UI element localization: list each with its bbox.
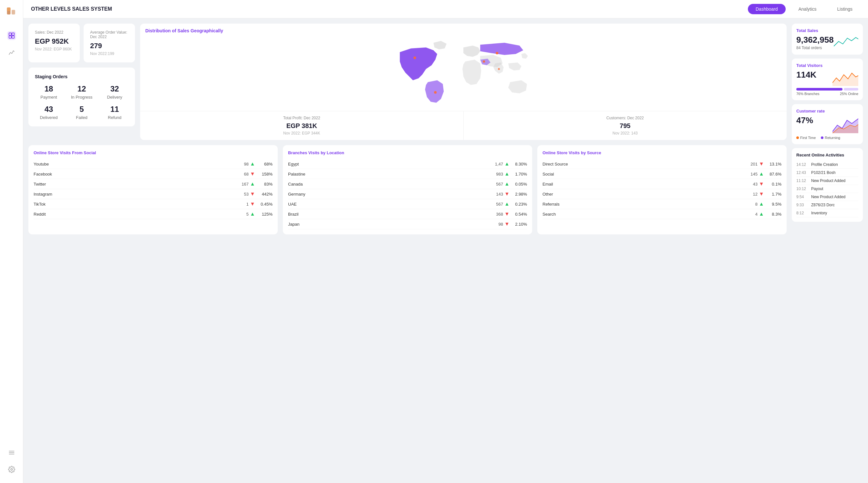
customer-rate-card: Customer rate 47% First Time Returning: [792, 104, 863, 144]
svg-point-17: [483, 60, 485, 63]
sales-card: Sales: Dec 2022 EGP 952K Nov 2022: EGP 8…: [28, 24, 80, 62]
activities-list: 14:12Profile Creation12:43P102/21 Bosh11…: [796, 161, 858, 217]
visit-row: Referrals8▲9.5%: [542, 199, 781, 209]
svg-rect-2: [7, 7, 10, 11]
nav-dashboard[interactable]: Dashboard: [748, 4, 786, 14]
sales-cards: Sales: Dec 2022 EGP 952K Nov 2022: EGP 8…: [28, 24, 135, 62]
header: OTHER LEVELS SALES SYSTEM Dashboard Anal…: [23, 0, 868, 19]
social-visits-card: Online Store Visits From Social Youtube9…: [28, 145, 278, 234]
customers-sub: Nov 2022: 143: [470, 131, 780, 136]
top-row: Sales: Dec 2022 EGP 952K Nov 2022: EGP 8…: [28, 24, 786, 140]
total-sales-sparkline: [834, 35, 858, 48]
visit-row: Facebook68▼158%: [34, 169, 273, 179]
profit-box: Total Profit: Dec 2022 EGP 381K Nov 2022…: [140, 111, 464, 140]
visit-row: Japan98▼2.10%: [288, 219, 527, 229]
staging-grid: 18Payment12In Progress32Delivery43Delive…: [35, 84, 128, 120]
visit-row: TikTok1▼0.45%: [34, 199, 273, 209]
customers-label: Customers: Dec 2022: [470, 116, 780, 120]
staging-card: Staging Orders 18Payment12In Progress32D…: [28, 67, 135, 126]
online-pct: 25% Online: [840, 92, 858, 96]
svg-line-7: [9, 52, 10, 55]
visit-row: Other12▼1.7%: [542, 189, 781, 199]
activity-row: 12:43P102/21 Bosh: [796, 169, 858, 177]
staging-title: Staging Orders: [35, 74, 128, 79]
sales-value: EGP 952K: [35, 37, 73, 46]
metrics-col: Sales: Dec 2022 EGP 952K Nov 2022: EGP 8…: [28, 24, 135, 140]
map-title: Distribution of Sales Geographically: [145, 28, 781, 33]
profit-value: EGP 381K: [147, 122, 457, 130]
source-visits-list: Direct Source201▼13.1%Social145▲87.6%Ema…: [542, 159, 781, 219]
avg-order-sub: Nov 2022:199: [90, 51, 128, 56]
logo-icon[interactable]: [6, 5, 18, 17]
visit-row: Search4▲8.3%: [542, 209, 781, 219]
activity-row: 9:33Z876/23 Dorc: [796, 201, 858, 209]
visit-row: Instagram53▼442%: [34, 189, 273, 199]
nav-analytics[interactable]: Analytics: [791, 4, 825, 14]
visit-row: Direct Source201▼13.1%: [542, 159, 781, 169]
svg-rect-5: [9, 36, 11, 38]
activities-card: Recent Online Activities 14:12Profile Cr…: [792, 148, 863, 222]
activity-row: 14:12Profile Creation: [796, 161, 858, 169]
customer-rate-chart: [833, 115, 858, 133]
activities-title: Recent Online Activities: [796, 152, 858, 158]
sidebar-item-analytics[interactable]: [7, 48, 16, 57]
nav-listings[interactable]: Listings: [830, 4, 860, 14]
activity-row: 8:12Inventory: [796, 209, 858, 217]
sales-sub: Nov 2022: EGP 860K: [35, 47, 73, 51]
svg-marker-20: [833, 73, 858, 86]
branch-pct: 76% Branches: [796, 92, 819, 96]
visit-row: Brazil368▼0.54%: [288, 209, 527, 219]
sidebar-item-menu[interactable]: [7, 448, 16, 457]
svg-line-9: [11, 51, 13, 54]
svg-rect-1: [11, 10, 15, 14]
map-header: Distribution of Sales Geographically: [140, 24, 786, 111]
svg-point-14: [11, 468, 12, 471]
visits-row: Online Store Visits From Social Youtube9…: [28, 145, 786, 234]
staging-item: 12In Progress: [68, 84, 96, 100]
sidebar-item-settings[interactable]: [7, 465, 16, 474]
visit-row: Canada567▲0.05%: [288, 179, 527, 189]
visitors-title: Total Visitors: [796, 63, 858, 68]
visit-row: Germany143▼2.98%: [288, 189, 527, 199]
map-section: Distribution of Sales Geographically: [140, 24, 786, 140]
social-visits-title: Online Store Visits From Social: [34, 150, 273, 155]
customer-rate-title: Customer rate: [796, 109, 858, 113]
branch-visits-list: Egypt1,47▲8.30%Palastine983▲1.70%Canada5…: [288, 159, 527, 229]
right-panel: Total Sales 9,362,958 84 Total orders To…: [792, 24, 863, 478]
visit-row: Reddit5▲125%: [34, 209, 273, 219]
sidebar: [0, 0, 23, 483]
svg-rect-3: [9, 33, 11, 35]
visitors-value: 114K: [796, 70, 816, 80]
app-title: OTHER LEVELS SALES SYSTEM: [31, 6, 743, 12]
social-visits-list: Youtube98▲68%Facebook68▼158%Twitter167▲8…: [34, 159, 273, 219]
total-orders: 84 Total orders: [796, 46, 834, 50]
visitors-sparkline: [833, 70, 858, 86]
visit-row: Social145▲87.6%: [542, 169, 781, 179]
visit-row: UAE567▲0.23%: [288, 199, 527, 209]
source-visits-title: Online Store Visits by Source: [542, 150, 781, 155]
avg-order-card: Average Order Value: Dec 2022 279 Nov 20…: [84, 24, 135, 62]
branch-visits-title: Branches Visits by Location: [288, 150, 527, 155]
branch-visits-card: Branches Visits by Location Egypt1,47▲8.…: [283, 145, 532, 234]
avg-order-value: 279: [90, 42, 128, 50]
svg-point-19: [434, 91, 437, 94]
visit-row: Egypt1,47▲8.30%: [288, 159, 527, 169]
sidebar-item-dashboard[interactable]: [7, 31, 16, 40]
left-panel: Sales: Dec 2022 EGP 952K Nov 2022: EGP 8…: [28, 24, 786, 478]
svg-point-16: [496, 52, 498, 54]
visit-row: Youtube98▲68%: [34, 159, 273, 169]
customers-value: 795: [470, 122, 780, 130]
total-sales-title: Total Sales: [796, 28, 858, 33]
profit-label: Total Profit: Dec 2022: [147, 116, 457, 120]
svg-line-10: [13, 51, 14, 52]
activity-row: 9:54New Product Added: [796, 193, 858, 201]
profit-sub: Nov 2022: EGP 344K: [147, 131, 457, 136]
svg-rect-6: [11, 36, 14, 38]
staging-item: 18Payment: [35, 84, 63, 100]
svg-point-15: [413, 57, 416, 59]
visit-row: Palastine983▲1.70%: [288, 169, 527, 179]
staging-item: 5Failed: [68, 105, 96, 120]
visit-row: Email43▼0.1%: [542, 179, 781, 189]
total-sales-card: Total Sales 9,362,958 84 Total orders: [792, 24, 863, 55]
sales-label: Sales: Dec 2022: [35, 30, 73, 35]
